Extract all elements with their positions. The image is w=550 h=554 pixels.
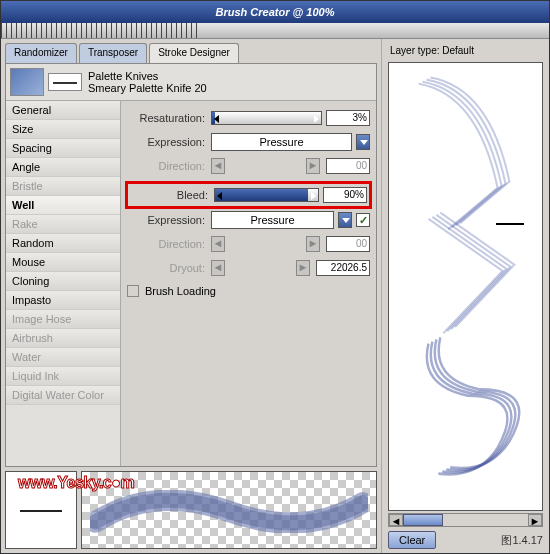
bleed-slider[interactable]	[214, 188, 319, 202]
cat-cloning[interactable]: Cloning	[6, 272, 120, 291]
direction-right-icon: ►	[306, 158, 320, 174]
direction1-row: Direction: ◄ ► 00	[127, 157, 370, 175]
tab-randomizer[interactable]: Randomizer	[5, 43, 77, 63]
brush-loading-label: Brush Loading	[145, 285, 216, 297]
horizontal-scrollbar[interactable]: ◄ ►	[388, 513, 543, 527]
right-panel: Layer type: Default	[381, 39, 549, 553]
scroll-thumb[interactable]	[403, 514, 443, 526]
tab-stroke-designer[interactable]: Stroke Designer	[149, 43, 239, 63]
dryout-value[interactable]: 22026.5	[316, 260, 370, 276]
cat-well[interactable]: Well	[6, 196, 120, 215]
invert-checkbox[interactable]: ✓	[356, 213, 370, 227]
ruler	[1, 23, 549, 39]
category-list: General Size Spacing Angle Bristle Well …	[6, 101, 121, 466]
resaturation-row: Resaturation: 3%	[127, 109, 370, 127]
stroke-preview-svg	[90, 490, 368, 533]
brush-cursor-icon	[496, 223, 524, 225]
brush-header: Palette Knives Smeary Palette Knife 20	[6, 64, 376, 101]
cat-random[interactable]: Random	[6, 234, 120, 253]
brush-loading-row: Brush Loading	[127, 285, 370, 297]
brush-category-label: Palette Knives	[88, 70, 207, 82]
slider-left-icon	[217, 192, 222, 200]
expression1-row: Expression: Pressure	[127, 133, 370, 151]
stroke-designer-panel: Palette Knives Smeary Palette Knife 20 G…	[5, 63, 377, 467]
chevron-down-icon[interactable]	[356, 134, 370, 150]
direction-right-icon: ►	[306, 236, 320, 252]
slider-left-icon	[214, 115, 219, 123]
window-title: Brush Creator @ 100%	[7, 6, 543, 18]
resaturation-label: Resaturation:	[127, 112, 205, 124]
cat-digital-water-color: Digital Water Color	[6, 386, 120, 405]
direction-right-icon: ►	[296, 260, 310, 276]
tabs: Randomizer Transposer Stroke Designer	[5, 43, 377, 63]
resaturation-slider[interactable]	[211, 111, 322, 125]
cat-liquid-ink: Liquid Ink	[6, 367, 120, 386]
direction2-label: Direction:	[127, 238, 205, 250]
well-settings: Resaturation: 3% Expre	[121, 101, 376, 466]
direction1-value[interactable]: 00	[326, 158, 370, 174]
main-split: General Size Spacing Angle Bristle Well …	[6, 101, 376, 466]
cat-bristle: Bristle	[6, 177, 120, 196]
scroll-left-icon[interactable]: ◄	[389, 514, 403, 526]
brush-name: Palette Knives Smeary Palette Knife 20	[88, 70, 207, 94]
brush-variant-label: Smeary Palette Knife 20	[88, 82, 207, 94]
cat-rake: Rake	[6, 215, 120, 234]
watermark: www.Yesky.c●m	[18, 474, 134, 492]
cat-image-hose: Image Hose	[6, 310, 120, 329]
chevron-down-icon[interactable]	[338, 212, 352, 228]
dryout-row: Dryout: ◄ ► 22026.5	[127, 259, 370, 277]
figure-label: 图1.4.17	[501, 533, 543, 548]
dryout-label: Dryout:	[127, 262, 205, 274]
expression1-label: Expression:	[127, 136, 205, 148]
direction2-value[interactable]: 00	[326, 236, 370, 252]
bleed-row: Bleed: 90%	[130, 186, 367, 204]
bleed-value[interactable]: 90%	[323, 187, 367, 203]
canvas-strokes	[389, 63, 542, 510]
slider-right-icon	[314, 115, 319, 123]
expression2-label: Expression:	[127, 214, 205, 226]
cat-angle[interactable]: Angle	[6, 158, 120, 177]
expression2-dropdown[interactable]: Pressure	[211, 211, 334, 229]
brush-stroke-icon[interactable]	[48, 73, 82, 91]
canvas-bottom-bar: Clear 图1.4.17	[388, 531, 543, 549]
brush-category-icon[interactable]	[10, 68, 44, 96]
resaturation-value[interactable]: 3%	[326, 110, 370, 126]
direction-left-icon: ◄	[211, 236, 225, 252]
scroll-right-icon[interactable]: ►	[528, 514, 542, 526]
expression1-dropdown[interactable]: Pressure	[211, 133, 352, 151]
brush-loading-checkbox[interactable]	[127, 285, 139, 297]
cat-impasto[interactable]: Impasto	[6, 291, 120, 310]
window-body: Randomizer Transposer Stroke Designer Pa…	[1, 39, 549, 553]
cat-general[interactable]: General	[6, 101, 120, 120]
preview-canvas[interactable]	[388, 62, 543, 511]
brush-creator-window: Brush Creator @ 100% Randomizer Transpos…	[0, 0, 550, 554]
direction1-label: Direction:	[127, 160, 205, 172]
cat-airbrush: Airbrush	[6, 329, 120, 348]
bleed-label: Bleed:	[130, 189, 208, 201]
titlebar[interactable]: Brush Creator @ 100%	[1, 1, 549, 23]
clear-button[interactable]: Clear	[388, 531, 436, 549]
layer-type-label: Layer type: Default	[388, 43, 543, 62]
slider-right-icon	[311, 192, 316, 200]
cat-water: Water	[6, 348, 120, 367]
cat-mouse[interactable]: Mouse	[6, 253, 120, 272]
direction-left-icon: ◄	[211, 158, 225, 174]
bleed-highlight: Bleed: 90%	[125, 181, 372, 209]
direction-left-icon: ◄	[211, 260, 225, 276]
direction2-row: Direction: ◄ ► 00	[127, 235, 370, 253]
expression2-row: Expression: Pressure ✓	[127, 211, 370, 229]
tab-transposer[interactable]: Transposer	[79, 43, 147, 63]
left-panel: Randomizer Transposer Stroke Designer Pa…	[1, 39, 381, 553]
cat-size[interactable]: Size	[6, 120, 120, 139]
cat-spacing[interactable]: Spacing	[6, 139, 120, 158]
